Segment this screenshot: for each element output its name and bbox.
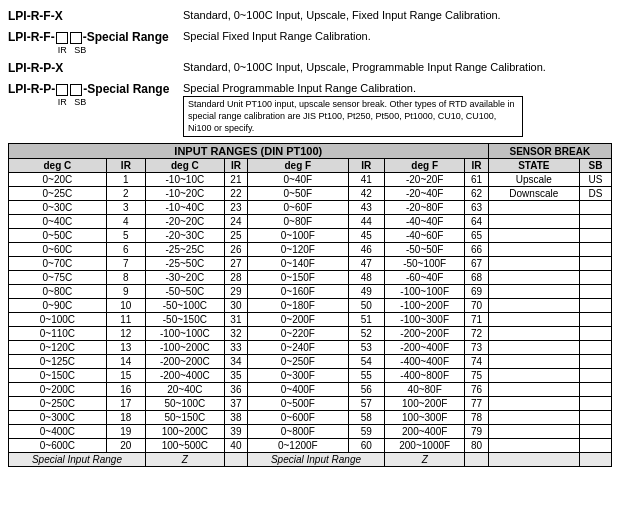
special-range-label-2: Special Input Range: [248, 453, 385, 467]
table-cell: 20~40C: [145, 383, 224, 397]
table-cell: 0~150F: [248, 271, 349, 285]
table-cell: 0~400C: [9, 425, 107, 439]
table-cell: -50~100C: [145, 299, 224, 313]
table-cell: US: [579, 173, 611, 187]
table-cell: 38: [224, 411, 247, 425]
table-cell: 28: [224, 271, 247, 285]
model-name-lpi-r-f-x: LPI-R-F-X: [8, 9, 63, 23]
table-cell: 43: [348, 201, 384, 215]
table-cell: [579, 201, 611, 215]
table-cell: 0~140F: [248, 257, 349, 271]
table-cell: 70: [465, 299, 488, 313]
table-cell: -20~20F: [384, 173, 465, 187]
table-cell: -25~50C: [145, 257, 224, 271]
table-cell: -40~40F: [384, 215, 465, 229]
table-cell: 72: [465, 327, 488, 341]
table-cell: 64: [465, 215, 488, 229]
model-section: LPI-R-F-X Standard, 0~100C Input, Upscal…: [8, 8, 612, 137]
table-cell: 44: [348, 215, 384, 229]
model-row-lpi-r-p-x: LPI-R-P-X Standard, 0~100C Input, Upscal…: [8, 60, 612, 77]
table-cell: 56: [348, 383, 384, 397]
special-input-range-row: Special Input RangeZSpecial Input RangeZ: [9, 453, 612, 467]
table-cell: 52: [348, 327, 384, 341]
table-cell: Upscale: [488, 173, 579, 187]
col-header-degf1: deg F: [248, 159, 349, 173]
table-cell: [488, 257, 579, 271]
table-cell: 0~90C: [9, 299, 107, 313]
ir-label-1: IR: [58, 44, 67, 57]
table-cell: -50~50F: [384, 243, 465, 257]
table-cell: 74: [465, 355, 488, 369]
table-cell: 60: [348, 439, 384, 453]
table-cell: 39: [224, 425, 247, 439]
table-cell: 67: [465, 257, 488, 271]
table-cell: 35: [224, 369, 247, 383]
table-cell: [488, 341, 579, 355]
table-cell: 200~400F: [384, 425, 465, 439]
table-cell: 73: [465, 341, 488, 355]
table-cell: 0~60F: [248, 201, 349, 215]
model-desc-lpi-r-p-x: Standard, 0~100C Input, Upscale, Program…: [183, 60, 612, 75]
table-cell: 0~70C: [9, 257, 107, 271]
model-desc-lpi-r-f-x: Standard, 0~100C Input, Upscale, Fixed I…: [183, 8, 612, 23]
table-cell: 0~180F: [248, 299, 349, 313]
table-main-header: INPUT RANGES (DIN PT100): [9, 144, 489, 159]
table-cell: 100~500C: [145, 439, 224, 453]
table-cell: [579, 327, 611, 341]
table-cell: [488, 327, 579, 341]
table-cell: -200~200C: [145, 355, 224, 369]
table-cell: 75: [465, 369, 488, 383]
table-cell: 57: [348, 397, 384, 411]
table-cell: 78: [465, 411, 488, 425]
table-row: 0~125C14-200~200C340~250F54-400~400F74: [9, 355, 612, 369]
sb-label-2: SB: [74, 96, 86, 109]
table-cell: 1: [106, 173, 145, 187]
col-header-degc1: deg C: [9, 159, 107, 173]
table-row: 0~250C1750~100C370~500F57100~200F77: [9, 397, 612, 411]
model-row-lpi-r-f-special: LPI-R-F--Special Range IR SB Special Fix…: [8, 29, 612, 56]
table-cell: 0~125C: [9, 355, 107, 369]
col-header-state: STATE: [488, 159, 579, 173]
table-row: 0~30C3-10~40C230~60F43-20~80F63: [9, 201, 612, 215]
table-cell: 33: [224, 341, 247, 355]
table-row: 0~100C11-50~150C310~200F51-100~300F71: [9, 313, 612, 327]
table-cell: 24: [224, 215, 247, 229]
table-cell: 5: [106, 229, 145, 243]
table-cell: 62: [465, 187, 488, 201]
table-cell: [579, 425, 611, 439]
table-cell: [488, 215, 579, 229]
table-cell: 0~600C: [9, 439, 107, 453]
table-cell: [488, 299, 579, 313]
table-cell: -100~100F: [384, 285, 465, 299]
model-row-lpi-r-f-x: LPI-R-F-X Standard, 0~100C Input, Upscal…: [8, 8, 612, 25]
table-cell: 100~300F: [384, 411, 465, 425]
table-cell: 54: [348, 355, 384, 369]
table-cell: -60~40F: [384, 271, 465, 285]
table-cell: 71: [465, 313, 488, 327]
table-cell: 26: [224, 243, 247, 257]
model-name-lpi-r-p-x: LPI-R-P-X: [8, 61, 63, 75]
table-cell: 66: [465, 243, 488, 257]
table-cell: [488, 369, 579, 383]
table-cell: 0~250C: [9, 397, 107, 411]
table-cell: 42: [348, 187, 384, 201]
table-cell: 19: [106, 425, 145, 439]
table-cell: 41: [348, 173, 384, 187]
table-cell: 0~240F: [248, 341, 349, 355]
table-cell: 45: [348, 229, 384, 243]
table-cell: 4: [106, 215, 145, 229]
table-cell: 0~800F: [248, 425, 349, 439]
table-cell: 22: [224, 187, 247, 201]
table-cell: 0~250F: [248, 355, 349, 369]
table-cell: 18: [106, 411, 145, 425]
table-cell: [488, 285, 579, 299]
table-cell: [579, 397, 611, 411]
table-cell: 46: [348, 243, 384, 257]
table-cell: 30: [224, 299, 247, 313]
table-cell: 0~25C: [9, 187, 107, 201]
table-cell: 0~40F: [248, 173, 349, 187]
special-range-empty-4: [579, 453, 611, 467]
table-cell: 7: [106, 257, 145, 271]
table-row: 0~20C1-10~10C210~40F41-20~20F61UpscaleUS: [9, 173, 612, 187]
table-row: 0~400C19100~200C390~800F59200~400F79: [9, 425, 612, 439]
